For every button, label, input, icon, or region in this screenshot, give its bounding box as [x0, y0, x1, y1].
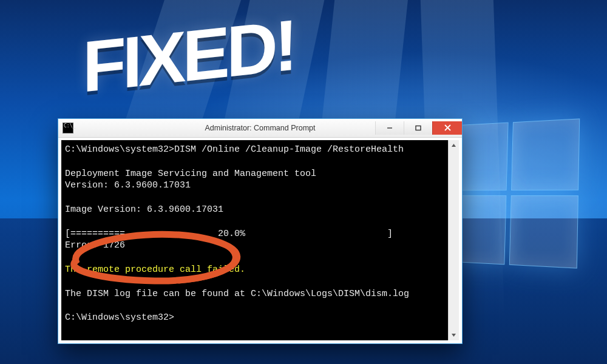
maximize-button[interactable]	[404, 121, 432, 135]
terminal-area[interactable]: C:\Windows\system32>DISM /Online /Cleanu…	[61, 140, 459, 340]
minimize-button[interactable]	[375, 121, 404, 135]
cmd-prompt-2: C:\Windows\system32>	[65, 312, 174, 323]
tool-name-line: Deployment Image Servicing and Managemen…	[65, 169, 316, 179]
vertical-scrollbar[interactable]	[448, 140, 459, 340]
tool-version-line: Version: 6.3.9600.17031	[65, 180, 191, 190]
terminal-output[interactable]: C:\Windows\system32>DISM /Online /Cleanu…	[61, 140, 449, 340]
scroll-down-button[interactable]	[449, 330, 459, 340]
svg-marker-4	[452, 144, 456, 147]
scroll-track[interactable]	[449, 150, 459, 330]
log-path-line: The DISM log file can be found at C:\Win…	[65, 289, 409, 299]
titlebar[interactable]: Administrator: Command Prompt	[58, 119, 462, 138]
svg-rect-1	[416, 126, 421, 130]
error-message-line: The remote procedure call failed.	[65, 265, 245, 275]
cmd-icon	[63, 123, 73, 133]
cmd-prompt-line: C:\Windows\system32>DISM /Online /Cleanu…	[65, 144, 404, 155]
desktop-background: FIXED! Administrator: Command Prompt C:\…	[0, 0, 607, 364]
command-prompt-window: Administrator: Command Prompt C:\Windows…	[58, 118, 463, 344]
error-code-line: Error: 1726	[65, 240, 125, 251]
scroll-up-button[interactable]	[449, 140, 459, 150]
svg-marker-5	[452, 334, 456, 337]
image-version-line: Image Version: 6.3.9600.17031	[65, 204, 223, 215]
progress-line: [========== 20.0% ]	[65, 229, 393, 239]
close-button[interactable]	[432, 121, 462, 135]
